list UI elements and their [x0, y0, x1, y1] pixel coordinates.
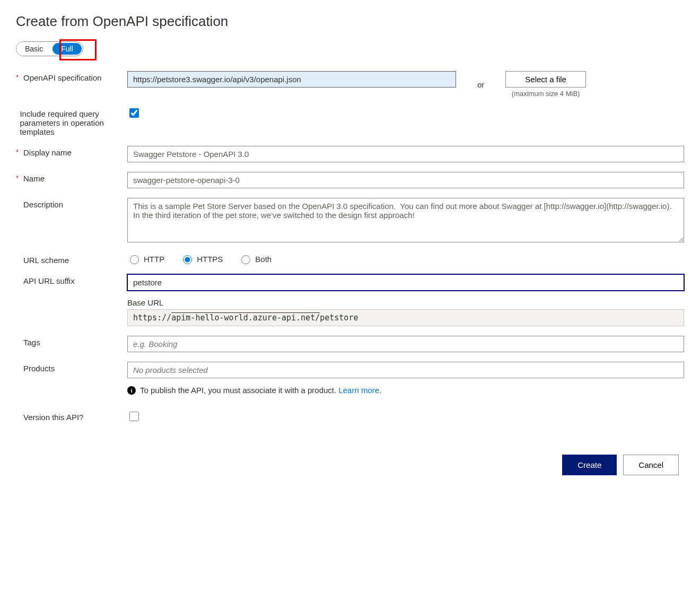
- actions-bar: Create Cancel: [16, 455, 684, 475]
- mode-toggle-wrap: Basic Full: [16, 41, 83, 56]
- base-url-prefix: https://: [133, 313, 171, 323]
- product-info-text: To publish the API, you must associate i…: [140, 386, 381, 395]
- toggle-basic[interactable]: Basic: [16, 42, 51, 56]
- cancel-button[interactable]: Cancel: [623, 455, 679, 475]
- label-description: Description: [23, 200, 63, 209]
- select-file-button[interactable]: Select a file: [505, 71, 586, 88]
- label-url-scheme: URL scheme: [23, 256, 69, 265]
- base-url-display: https://apim-hello-world.azure-api.net/p…: [127, 309, 684, 326]
- api-url-suffix-input[interactable]: [127, 274, 684, 291]
- display-name-input[interactable]: [127, 146, 684, 162]
- required-marker: *: [16, 148, 23, 156]
- radio-both[interactable]: [241, 255, 250, 264]
- openapi-spec-input[interactable]: [127, 71, 456, 88]
- radio-both-label: Both: [255, 255, 272, 264]
- version-checkbox[interactable]: [129, 412, 139, 421]
- tags-input[interactable]: [127, 336, 684, 352]
- page-title: Create from OpenAPI specification: [16, 13, 684, 30]
- radio-https[interactable]: [183, 255, 192, 264]
- mode-toggle: Basic Full: [16, 41, 83, 56]
- form: *OpenAPI specification or Select a file …: [16, 71, 684, 423]
- learn-more-link[interactable]: Learn more: [338, 386, 379, 395]
- radio-http-label: HTTP: [144, 255, 164, 264]
- radio-https-label: HTTPS: [197, 255, 223, 264]
- url-scheme-radios: HTTP HTTPS Both: [127, 254, 684, 264]
- base-url-suffix: petstore: [320, 313, 358, 323]
- label-tags: Tags: [23, 338, 40, 347]
- label-name: Name: [23, 174, 45, 183]
- label-suffix: API URL suffix: [23, 276, 75, 285]
- required-marker: *: [16, 73, 23, 81]
- label-include: Include required query parameters in ope…: [20, 109, 127, 136]
- products-input[interactable]: [127, 362, 684, 378]
- create-button[interactable]: Create: [562, 455, 617, 475]
- or-text: or: [472, 80, 489, 89]
- label-base-url: Base URL: [127, 298, 684, 307]
- toggle-full[interactable]: Full: [52, 43, 82, 55]
- base-url-host: apim-hello-world.azure-api.net/: [171, 313, 320, 323]
- description-textarea[interactable]: This is a sample Pet Store Server based …: [127, 198, 684, 242]
- name-input[interactable]: [127, 172, 684, 188]
- label-display-name: Display name: [23, 148, 72, 157]
- info-icon: i: [127, 386, 136, 395]
- include-params-checkbox[interactable]: [129, 108, 139, 118]
- max-size-hint: (maximum size 4 MiB): [512, 90, 580, 98]
- required-marker: *: [16, 174, 23, 182]
- radio-http[interactable]: [130, 255, 139, 264]
- label-version: Version this API?: [23, 413, 83, 422]
- label-products: Products: [23, 364, 55, 373]
- label-spec: OpenAPI specification: [23, 73, 102, 82]
